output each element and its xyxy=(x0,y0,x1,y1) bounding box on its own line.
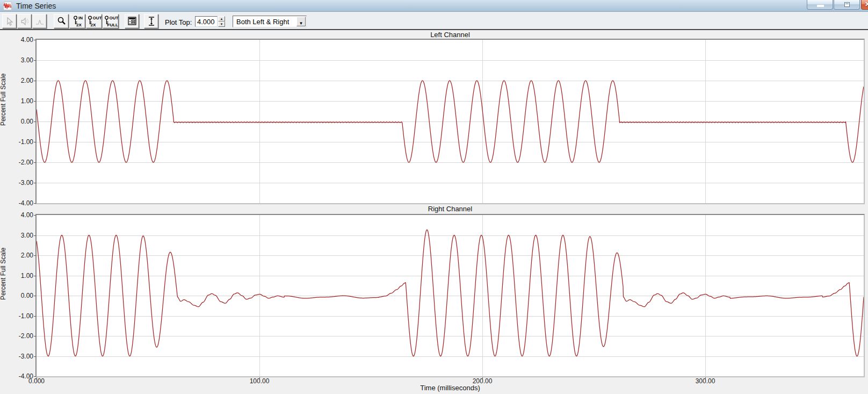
time-series-window: Time Series ✕ IN2XOUT2XOUTFULLxxxx Plot … xyxy=(0,0,868,394)
y-tick-mark xyxy=(34,101,36,102)
y-tick-mark xyxy=(34,215,36,216)
vertical-fit-icon xyxy=(147,16,156,26)
y-tick-mark xyxy=(34,183,36,183)
channel-select[interactable]: Both Left & Right ▼ xyxy=(233,16,307,27)
y-axis-label-left: Percent Full Scale xyxy=(0,117,7,126)
close-icon: ✕ xyxy=(865,1,868,8)
y-tick-label: 1.00 xyxy=(9,97,33,105)
curve-icon xyxy=(35,17,45,26)
magnifier-icon xyxy=(56,16,67,26)
y-tick-label: -3.00 xyxy=(9,353,33,360)
zoom-out-full-button[interactable]: OUTFULL xyxy=(103,14,119,28)
y-tick-label: -1.00 xyxy=(9,312,33,320)
toolbar: IN2XOUT2XOUTFULLxxxx Plot Top: ▲ ▼ Both … xyxy=(0,12,868,30)
cursor-arrow-icon xyxy=(5,17,15,26)
chevron-down-icon: ▼ xyxy=(299,21,303,26)
spinner-down-icon[interactable]: ▼ xyxy=(218,22,225,27)
y-tick-label: 0.00 xyxy=(9,292,33,299)
chart-title-right: Right Channel xyxy=(37,205,864,213)
y-tick-label: 3.00 xyxy=(9,56,33,64)
y-tick-mark xyxy=(34,203,36,204)
toolbar-button-label-top: IN xyxy=(78,16,83,20)
titlebar[interactable]: Time Series ✕ xyxy=(0,0,868,12)
x-tick-mark xyxy=(705,377,706,379)
y-tick-label: 2.00 xyxy=(9,77,33,84)
restore-button[interactable] xyxy=(834,0,860,10)
y-tick-mark xyxy=(34,376,36,377)
audio-monitor-button xyxy=(17,14,32,28)
waveform-icon xyxy=(3,2,12,10)
y-tick-mark xyxy=(34,255,36,256)
y-tick-label: 4.00 xyxy=(9,36,33,44)
y-tick-mark xyxy=(34,296,36,296)
left-channel-plot[interactable] xyxy=(35,39,865,204)
toolbar-button-label-top: OUT xyxy=(93,16,102,20)
svg-text:xx: xx xyxy=(129,23,131,25)
right-channel-plot[interactable] xyxy=(35,214,865,377)
x-tick-mark xyxy=(37,377,37,379)
y-tick-mark xyxy=(34,276,36,276)
select-cursor-button xyxy=(2,14,17,28)
y-tick-mark xyxy=(34,121,36,122)
minimize-button[interactable] xyxy=(807,0,833,10)
y-tick-mark xyxy=(34,142,36,142)
plot-top-label: Plot Top: xyxy=(165,18,192,26)
y-tick-mark xyxy=(34,356,36,357)
toolbar-button-label-bottom: FULL xyxy=(107,23,118,27)
y-tick-label: -2.00 xyxy=(9,332,33,340)
restore-icon xyxy=(844,2,850,7)
fit-vertical-button[interactable] xyxy=(144,14,158,28)
y-tick-mark xyxy=(34,40,36,40)
y-tick-label: 0.00 xyxy=(9,118,33,125)
zoom-tool-button[interactable] xyxy=(54,14,69,28)
combo-dropdown-button[interactable]: ▼ xyxy=(296,17,306,26)
y-tick-mark xyxy=(34,60,36,61)
channel-select-value: Both Left & Right xyxy=(236,18,289,26)
plot-top-spinner[interactable]: ▲ ▼ xyxy=(218,16,225,27)
y-tick-mark xyxy=(34,316,36,317)
toolbar-button-label-bottom: 2X xyxy=(76,23,82,27)
plot-top-input[interactable] xyxy=(195,16,218,27)
chart-area: Left Channel Percent Full Scale Right Ch… xyxy=(0,30,868,394)
window-title: Time Series xyxy=(16,2,56,10)
chart-title-left: Left Channel xyxy=(37,31,864,39)
y-tick-label: -3.00 xyxy=(9,179,33,187)
y-axis-label-right: Percent Full Scale xyxy=(0,291,7,300)
plot-settings-button[interactable]: xxxx xyxy=(125,14,139,28)
left-channel-canvas[interactable] xyxy=(37,40,864,203)
right-channel-canvas[interactable] xyxy=(37,215,864,376)
y-tick-mark xyxy=(34,162,36,163)
spinner-up-icon[interactable]: ▲ xyxy=(218,16,225,22)
zoom-in-2x-button[interactable]: IN2X xyxy=(69,14,85,28)
x-tick-mark xyxy=(259,377,260,379)
x-tick-mark xyxy=(482,377,483,379)
y-tick-mark xyxy=(34,235,36,236)
y-tick-label: -1.00 xyxy=(9,138,33,146)
y-tick-label: 2.00 xyxy=(9,252,33,259)
peak-curve-button xyxy=(32,14,47,28)
dialog-icon: xxxx xyxy=(127,17,137,26)
y-tick-label: -2.00 xyxy=(9,159,33,166)
speaker-icon xyxy=(20,17,30,26)
y-tick-label: -4.00 xyxy=(9,199,33,207)
y-tick-label: 4.00 xyxy=(9,211,33,219)
close-button[interactable]: ✕ xyxy=(861,0,868,10)
zoom-out-2x-button[interactable]: OUT2X xyxy=(86,14,102,28)
y-tick-label: 1.00 xyxy=(9,272,33,280)
toolbar-button-label-bottom: 2X xyxy=(91,23,96,27)
y-tick-mark xyxy=(34,336,36,336)
y-tick-label: 3.00 xyxy=(9,232,33,239)
x-axis-label: Time (milliseconds) xyxy=(37,384,864,392)
minimize-icon xyxy=(817,5,824,7)
y-tick-mark xyxy=(34,81,36,81)
toolbar-button-label-top: OUT xyxy=(110,16,119,20)
